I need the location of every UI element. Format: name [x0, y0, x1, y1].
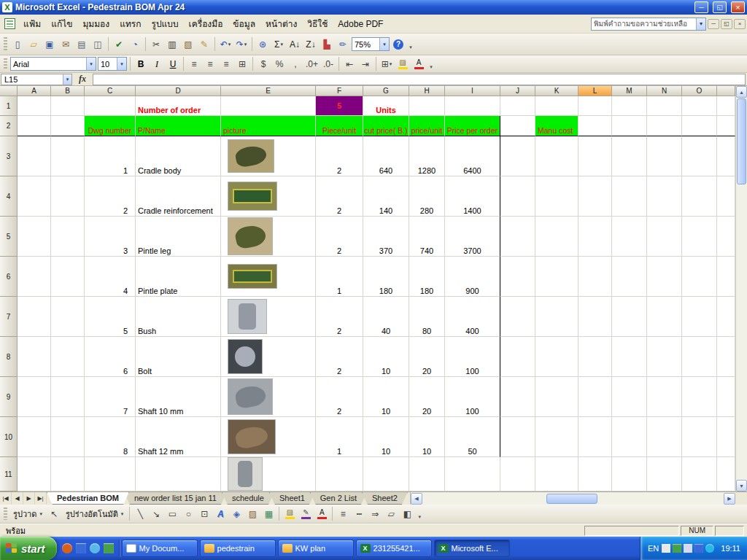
oval-icon[interactable]: ○ [180, 506, 196, 521]
cell-J7[interactable] [500, 297, 535, 337]
tab-schedule[interactable]: schedule [222, 492, 274, 505]
toolbar-options-formatting[interactable]: ▾ [427, 56, 436, 71]
cell-J10[interactable] [500, 417, 535, 457]
cell-O8[interactable] [682, 337, 717, 377]
tab-sheet1[interactable]: Sheet1 [269, 492, 315, 505]
minimize-button[interactable]: ─ [694, 1, 708, 13]
cell-L1[interactable] [578, 96, 612, 116]
cell-N11[interactable] [647, 457, 682, 491]
chevron-down-icon[interactable]: ▾ [117, 58, 126, 70]
increase-indent-icon[interactable]: ⇥ [357, 56, 374, 71]
fill-color-icon[interactable]: ▨ [395, 56, 411, 71]
cell-F3[interactable]: 2 [316, 136, 363, 176]
cell-F10[interactable]: 1 [316, 417, 363, 457]
help-question-box[interactable]: พิมพ์คำถามขอความช่วยเหลือ ▾ [591, 18, 706, 31]
cell-A3[interactable] [18, 136, 51, 176]
currency-icon[interactable]: $ [255, 56, 271, 71]
quick-launch-browser-icon[interactable] [62, 543, 72, 553]
cell-L5[interactable] [578, 217, 612, 257]
quick-launch-ie-icon[interactable] [90, 543, 100, 553]
cell-H1[interactable] [409, 96, 445, 116]
cell-E11[interactable] [221, 457, 316, 491]
cell-M1[interactable] [612, 96, 647, 116]
cell-N9[interactable] [647, 377, 682, 417]
cell-E9[interactable] [221, 377, 316, 417]
row-header-3[interactable]: 3 [0, 136, 18, 176]
cell-C4[interactable]: 2 [85, 176, 136, 217]
menu-file[interactable]: แฟ้ม [18, 14, 46, 34]
cell-L11[interactable] [578, 457, 612, 491]
cell-L10[interactable] [578, 417, 612, 457]
cell-L6[interactable] [578, 257, 612, 297]
row-header-8[interactable]: 8 [0, 337, 18, 377]
drawing-icon[interactable]: ✏ [335, 36, 351, 52]
cell-K9[interactable] [535, 377, 578, 417]
cell-E3[interactable] [221, 136, 316, 176]
shadow-style-icon[interactable]: ▱ [383, 506, 399, 521]
cell-D3[interactable]: Cradle body [136, 136, 221, 176]
cell-A11[interactable] [18, 457, 51, 491]
cell-N6[interactable] [647, 257, 682, 297]
cell-A5[interactable] [18, 217, 51, 257]
cell-N4[interactable] [647, 176, 682, 217]
cell-I1[interactable] [445, 96, 500, 116]
cell-E10[interactable] [221, 417, 316, 457]
cell-C3[interactable]: 1 [85, 136, 136, 176]
cell-B6[interactable] [51, 257, 85, 297]
menu-data[interactable]: ข้อมูล [228, 14, 260, 34]
cell-J4[interactable] [500, 176, 535, 217]
row-header-2[interactable]: 2 [0, 116, 18, 136]
select-all-button[interactable] [0, 86, 18, 96]
cell-L9[interactable] [578, 377, 612, 417]
cell-I3[interactable]: 6400 [445, 136, 500, 176]
taskbar-231255421[interactable]: X231255421... [356, 540, 432, 557]
vertical-scroll-thumb[interactable] [737, 98, 746, 184]
column-header-n[interactable]: N [647, 86, 682, 96]
comma-style-icon[interactable]: , [287, 56, 303, 71]
part-photo-row11[interactable] [228, 458, 262, 490]
autoshapes-menu[interactable]: รูปร่างอัตโนมัติ▾ [62, 506, 127, 522]
cell-A7[interactable] [18, 297, 51, 337]
cell-M6[interactable] [612, 257, 647, 297]
cell-A10[interactable] [18, 417, 51, 457]
cell-I10[interactable]: 50 [445, 417, 500, 457]
line-icon[interactable]: ╲ [132, 506, 148, 521]
sort-descending-icon[interactable]: Z↓ [303, 36, 319, 52]
font-color-icon[interactable]: A [411, 56, 427, 71]
cell-I9[interactable]: 100 [445, 377, 500, 417]
horizontal-scrollbar[interactable]: ◀ ▶ [410, 492, 735, 505]
cell-I5[interactable]: 3700 [445, 217, 500, 257]
cell-N3[interactable] [647, 136, 682, 176]
cell-H6[interactable]: 180 [409, 257, 445, 297]
cell-H10[interactable]: 10 [409, 417, 445, 457]
scroll-up-button[interactable]: ▲ [736, 86, 747, 98]
cell-K10[interactable] [535, 417, 578, 457]
tab-scroll-prev[interactable]: ◀ [12, 492, 23, 505]
cell-N1[interactable] [647, 96, 682, 116]
taskbar-kw-plan[interactable]: KW plan [278, 540, 354, 557]
column-header-m[interactable]: M [612, 86, 647, 96]
cell-A9[interactable] [18, 377, 51, 417]
cell-L3[interactable] [578, 136, 612, 176]
print-icon[interactable]: ▤ [74, 36, 90, 52]
decrease-indent-icon[interactable]: ⇤ [341, 56, 357, 71]
align-left-icon[interactable]: ≡ [186, 56, 202, 71]
cell-D1[interactable]: Number of order [136, 96, 221, 116]
menu-view[interactable]: มุมมอง [77, 14, 115, 34]
cell-M5[interactable] [612, 217, 647, 257]
sort-ascending-icon[interactable]: A↓ [287, 36, 303, 52]
cell-E7[interactable] [221, 297, 316, 337]
cell-B9[interactable] [51, 377, 85, 417]
cell-L7[interactable] [578, 297, 612, 337]
draw-menu[interactable]: รูปวาด▾ [9, 506, 46, 522]
cut-icon[interactable]: ✂ [148, 36, 164, 52]
cell-G8[interactable]: 10 [363, 337, 409, 377]
cell-J3[interactable] [500, 136, 535, 176]
cell-O7[interactable] [682, 297, 717, 337]
cell-I6[interactable]: 900 [445, 257, 500, 297]
tab-new-order-list[interactable]: new order list 15 jan 11 [124, 492, 227, 505]
cell-N7[interactable] [647, 297, 682, 337]
cell-E2[interactable]: picture [221, 116, 316, 136]
cell-M7[interactable] [612, 297, 647, 337]
italic-button[interactable]: I [149, 56, 165, 71]
